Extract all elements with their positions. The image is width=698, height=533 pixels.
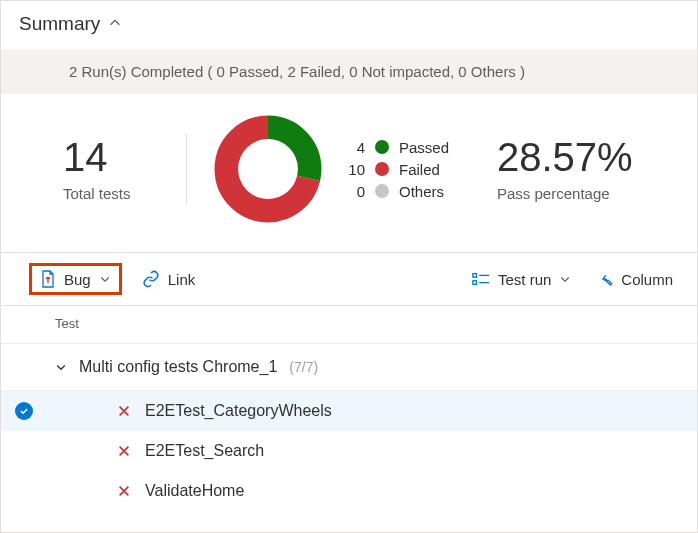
passed-swatch-icon xyxy=(375,140,389,154)
link-label: Link xyxy=(168,271,196,288)
chevron-down-icon xyxy=(559,273,571,285)
test-run-label: Test run xyxy=(498,271,551,288)
summary-header[interactable]: Summary xyxy=(1,1,697,49)
svg-rect-3 xyxy=(473,281,477,285)
result-chart: 4 Passed 10 Failed 0 Others xyxy=(187,114,477,224)
failed-swatch-icon xyxy=(375,162,389,176)
group-icon xyxy=(472,271,490,287)
run-status-bar: 2 Run(s) Completed ( 0 Passed, 2 Failed,… xyxy=(1,49,697,94)
total-tests-label: Total tests xyxy=(63,185,186,202)
bug-button[interactable]: Bug xyxy=(29,263,122,295)
column-label: Column xyxy=(621,271,673,288)
test-row[interactable]: E2ETest_Search xyxy=(1,431,697,471)
fail-x-icon xyxy=(117,484,131,498)
column-options-button[interactable]: Column xyxy=(591,267,679,292)
bug-label: Bug xyxy=(64,271,91,288)
results-toolbar: Bug Link Test run Column xyxy=(1,252,697,306)
legend-failed: 10 Failed xyxy=(343,161,449,178)
summary-title: Summary xyxy=(19,13,100,35)
legend-others: 0 Others xyxy=(343,183,449,200)
checkmark-icon[interactable] xyxy=(15,402,33,420)
link-button[interactable]: Link xyxy=(136,266,202,292)
chevron-down-icon xyxy=(99,273,111,285)
fail-x-icon xyxy=(117,444,131,458)
test-name: ValidateHome xyxy=(145,482,244,500)
test-row[interactable]: E2ETest_CategoryWheels xyxy=(1,391,697,431)
column-header-test[interactable]: Test xyxy=(1,306,697,344)
test-group-row[interactable]: Multi config tests Chrome_1 (7/7) xyxy=(1,344,697,391)
group-name: Multi config tests Chrome_1 xyxy=(79,358,277,376)
test-run-dropdown[interactable]: Test run xyxy=(466,267,577,292)
group-count: (7/7) xyxy=(289,359,318,375)
legend-passed: 4 Passed xyxy=(343,139,449,156)
pass-pct-value: 28.57% xyxy=(497,137,633,177)
total-tests-value: 14 xyxy=(63,137,186,177)
svg-rect-2 xyxy=(473,274,477,278)
test-name: E2ETest_CategoryWheels xyxy=(145,402,332,420)
metrics-row: 14 Total tests 4 Passed 10 Failed 0 Othe xyxy=(1,94,697,252)
metric-pass-percentage: 28.57% Pass percentage xyxy=(477,137,633,202)
metric-total-tests: 14 Total tests xyxy=(1,137,186,202)
donut-chart-icon xyxy=(213,114,323,224)
pass-pct-label: Pass percentage xyxy=(497,185,633,202)
test-row[interactable]: ValidateHome xyxy=(1,471,697,511)
chart-legend: 4 Passed 10 Failed 0 Others xyxy=(343,134,449,205)
bug-file-icon xyxy=(40,270,56,288)
link-icon xyxy=(142,270,160,288)
chevron-down-icon xyxy=(55,361,67,373)
chevron-up-icon xyxy=(108,16,122,33)
others-swatch-icon xyxy=(375,184,389,198)
wrench-icon xyxy=(597,271,613,287)
fail-x-icon xyxy=(117,404,131,418)
test-name: E2ETest_Search xyxy=(145,442,264,460)
